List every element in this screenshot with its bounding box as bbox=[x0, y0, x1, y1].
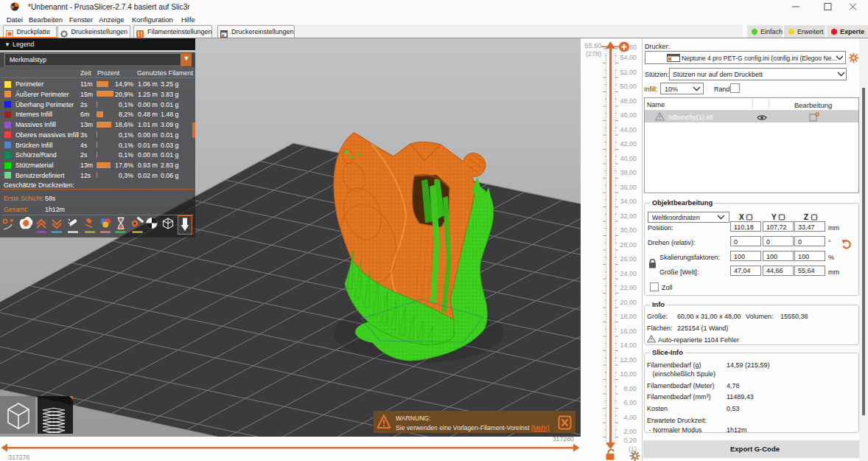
svg-text:38,00: 38,00 bbox=[620, 169, 637, 176]
svg-text:20,00: 20,00 bbox=[620, 299, 637, 306]
svg-text:34,00: 34,00 bbox=[620, 198, 637, 205]
svg-text:18,00: 18,00 bbox=[620, 313, 637, 320]
svg-text:22,00: 22,00 bbox=[620, 284, 637, 291]
svg-text:40,00: 40,00 bbox=[620, 155, 637, 162]
svg-text:54,00: 54,00 bbox=[620, 54, 637, 61]
svg-text:0,20: 0,20 bbox=[623, 437, 637, 444]
svg-text:44,00: 44,00 bbox=[620, 126, 637, 134]
svg-text:(278): (278) bbox=[586, 50, 601, 58]
svg-text:42,00: 42,00 bbox=[620, 140, 637, 148]
svg-text:4,00: 4,00 bbox=[623, 414, 637, 421]
svg-text:28,00: 28,00 bbox=[620, 241, 637, 249]
svg-text:36,00: 36,00 bbox=[620, 184, 637, 191]
svg-text:50,00: 50,00 bbox=[620, 83, 637, 90]
svg-text:30,00: 30,00 bbox=[620, 226, 637, 234]
svg-text:2,00: 2,00 bbox=[623, 428, 637, 435]
svg-text:32,00: 32,00 bbox=[620, 212, 637, 220]
svg-text:14,00: 14,00 bbox=[620, 342, 637, 349]
svg-text:10,00: 10,00 bbox=[620, 370, 637, 378]
svg-text:55,60: 55,60 bbox=[584, 42, 601, 49]
svg-text:12,00: 12,00 bbox=[620, 356, 637, 364]
svg-text:52,00: 52,00 bbox=[620, 69, 637, 76]
svg-text:24,00: 24,00 bbox=[620, 270, 637, 277]
svg-text:46,00: 46,00 bbox=[620, 111, 637, 119]
svg-text:16,00: 16,00 bbox=[620, 327, 637, 335]
svg-text:6,00: 6,00 bbox=[623, 399, 637, 406]
svg-text:8,00: 8,00 bbox=[623, 385, 637, 392]
svg-text:48,00: 48,00 bbox=[620, 97, 637, 105]
svg-text:26,00: 26,00 bbox=[620, 255, 637, 263]
